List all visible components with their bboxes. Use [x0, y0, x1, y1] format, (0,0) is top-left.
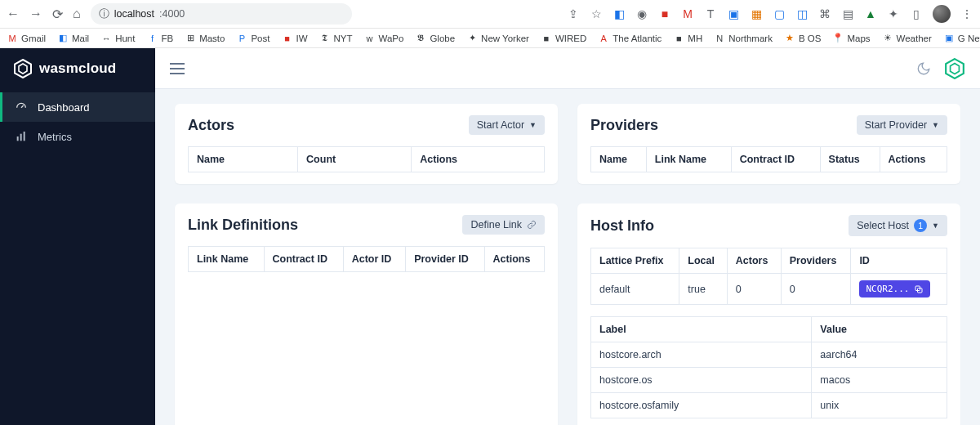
select-host-button[interactable]: Select Host 1 ▼: [849, 215, 947, 236]
links-card: Link Definitions Define Link Link Name C…: [175, 204, 558, 425]
cell-id: NCQR2...: [851, 274, 947, 305]
cell-providers: 0: [781, 274, 851, 305]
bookmark-item[interactable]: ⊞Masto: [185, 33, 225, 44]
link-icon: [527, 220, 537, 230]
extension-icon[interactable]: ▢: [773, 7, 786, 20]
extension-icon[interactable]: ◉: [635, 7, 648, 20]
bookmark-item[interactable]: wWaPo: [364, 33, 404, 44]
sidebar-item-dashboard[interactable]: Dashboard: [0, 92, 155, 122]
svg-marker-6: [946, 59, 964, 78]
col-status: Status: [820, 147, 880, 172]
extension-icon[interactable]: ◧: [612, 7, 626, 20]
moon-icon[interactable]: [916, 61, 931, 76]
topbar: [155, 48, 980, 89]
card-title: Actors: [188, 117, 234, 134]
sidepanel-icon[interactable]: ▯: [910, 7, 923, 20]
table-row: hostcore.arch aarch64: [591, 342, 947, 368]
bookmark-item[interactable]: ■IW: [281, 33, 307, 44]
svg-rect-5: [24, 132, 25, 141]
cell-value: aarch64: [812, 342, 947, 368]
home-button[interactable]: ⌂: [73, 7, 81, 21]
bookmark-item[interactable]: PPost: [236, 33, 270, 44]
define-link-button[interactable]: Define Link: [462, 215, 545, 235]
cell-lattice: default: [591, 274, 679, 305]
profile-avatar[interactable]: [933, 5, 951, 23]
bookmark-item[interactable]: 𝕿NYT: [319, 33, 353, 44]
extension-icon[interactable]: ▣: [727, 7, 740, 20]
col-value: Value: [812, 317, 947, 342]
cell-value: unix: [812, 393, 947, 418]
cell-actors: 0: [727, 274, 781, 305]
sidebar-item-metrics[interactable]: Metrics: [0, 122, 155, 151]
bookmark-item[interactable]: ■WIRED: [541, 33, 586, 44]
bookmark-item[interactable]: ▣G News: [943, 33, 980, 44]
bookmarks-bar: MGmail ◧Mail ↔Hunt fFB ⊞Masto PPost ■IW …: [0, 29, 980, 48]
gauge-icon: [15, 101, 28, 114]
chevron-down-icon: ▼: [932, 221, 939, 230]
bookmark-item[interactable]: ◧Mail: [57, 33, 89, 44]
col-actions: Actions: [412, 147, 545, 172]
col-actions: Actions: [880, 147, 947, 172]
bookmark-item[interactable]: MGmail: [7, 33, 46, 44]
chevron-down-icon: ▼: [932, 121, 939, 129]
actors-table: Name Count Actions: [188, 146, 545, 172]
col-actors: Actors: [727, 248, 781, 274]
extension-icon[interactable]: ◫: [795, 7, 808, 20]
providers-card: Providers Start Provider▼ Name Link Name…: [577, 104, 960, 184]
svg-rect-4: [20, 134, 22, 141]
brand-name: wasmcloud: [39, 60, 116, 77]
bookmark-item[interactable]: 📍Maps: [832, 33, 870, 44]
col-providers: Providers: [781, 248, 851, 274]
bookmark-item[interactable]: ★B OS: [784, 33, 821, 44]
brand: wasmcloud: [0, 48, 155, 89]
back-button[interactable]: ←: [7, 7, 20, 21]
extensions-icon[interactable]: ✦: [887, 7, 900, 20]
bookmark-item[interactable]: ✦New Yorker: [466, 33, 529, 44]
forward-button[interactable]: →: [29, 7, 42, 21]
reload-button[interactable]: ⟳: [52, 7, 63, 22]
calendar-icon[interactable]: ▦: [750, 7, 763, 20]
hamburger-button[interactable]: [170, 63, 185, 74]
sidebar-nav: Dashboard Metrics: [0, 89, 155, 151]
col-name: Name: [189, 147, 298, 172]
links-table: Link Name Contract ID Actor ID Provider …: [188, 246, 545, 272]
col-local: Local: [679, 248, 727, 274]
sidebar-item-label: Dashboard: [38, 101, 90, 114]
host-id-pill[interactable]: NCQR2...: [859, 280, 930, 298]
card-title: Host Info: [590, 217, 654, 235]
extension-icon[interactable]: T: [704, 7, 717, 20]
bookmark-item[interactable]: ↔Hunt: [100, 33, 135, 44]
extension-icon[interactable]: ▤: [841, 7, 854, 20]
svg-line-2: [21, 105, 24, 108]
bookmark-item[interactable]: 𝕭Globe: [415, 33, 455, 44]
app: wasmcloud Dashboard Metrics: [0, 48, 980, 425]
bookmark-item[interactable]: AThe Atlantic: [598, 33, 662, 44]
svg-marker-0: [15, 60, 31, 78]
cell-label: hostcore.osfamily: [591, 393, 812, 418]
site-info-icon[interactable]: ⓘ: [99, 7, 109, 21]
share-icon[interactable]: ⇪: [567, 7, 580, 20]
extension-icon[interactable]: ■: [658, 7, 671, 20]
bookmark-item[interactable]: fFB: [146, 33, 173, 44]
col-count: Count: [298, 147, 412, 172]
table-row: hostcore.os macos: [591, 368, 947, 393]
bookmark-item[interactable]: NNorthmark: [714, 33, 773, 44]
hostinfo-card: Host Info Select Host 1 ▼ Lattice Prefix…: [577, 204, 960, 425]
address-bar[interactable]: ⓘ localhost:4000: [91, 3, 352, 25]
bar-chart-icon: [15, 130, 28, 143]
gmail-icon[interactable]: M: [681, 7, 694, 20]
bookmark-item[interactable]: ■MH: [673, 33, 702, 44]
drive-icon[interactable]: ▲: [864, 7, 877, 20]
menu-icon[interactable]: ⋮: [960, 7, 973, 20]
wasmcloud-hex-icon[interactable]: [944, 58, 965, 79]
star-icon[interactable]: ☆: [590, 7, 603, 20]
extension-icon[interactable]: ⌘: [818, 7, 831, 20]
bookmark-item[interactable]: ☀Weather: [882, 33, 932, 44]
svg-marker-1: [19, 64, 27, 74]
chrome-actions: ⇪ ☆ ◧ ◉ ■ M T ▣ ▦ ▢ ◫ ⌘ ▤ ▲ ✦ ▯ ⋮: [567, 5, 973, 23]
start-provider-button[interactable]: Start Provider▼: [857, 115, 947, 135]
url-port: :4000: [159, 8, 185, 20]
start-actor-button[interactable]: Start Actor▼: [469, 115, 545, 135]
chevron-down-icon: ▼: [529, 121, 537, 129]
cell-local: true: [679, 274, 727, 305]
